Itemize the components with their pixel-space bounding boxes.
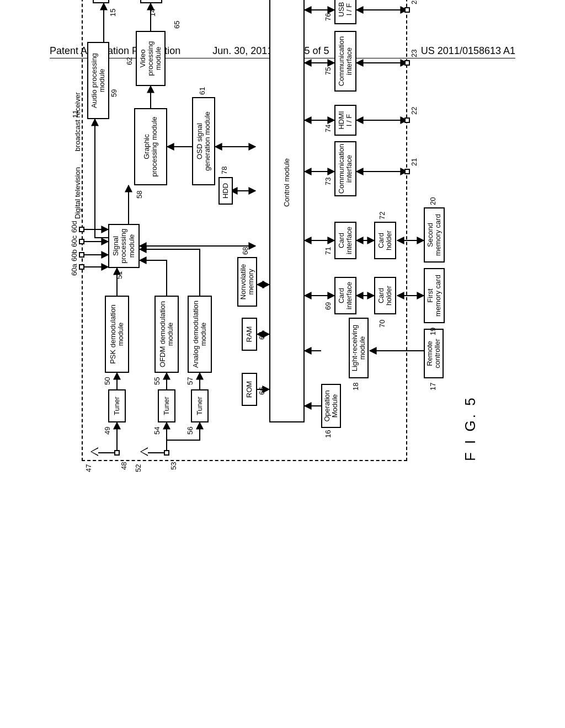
osd-gen-label: OSD signal generation module	[196, 111, 212, 171]
ref-16: 16	[324, 430, 332, 438]
operation-module-label: Operation Module	[323, 390, 339, 421]
ref-78: 78	[221, 167, 228, 174]
figure-caption: F I G. 5	[462, 395, 478, 461]
card-holder-2-label: Card holder	[377, 231, 393, 250]
ref-52: 52	[135, 464, 142, 472]
tuner-2: Tuner	[158, 389, 175, 422]
figure-5-block-diagram: Digital television broadcast receiver 11…	[76, 0, 488, 483]
ref-74: 74	[324, 125, 332, 132]
ref-54: 54	[153, 427, 161, 435]
port-22	[404, 117, 410, 123]
nvmem-label: Nonvolatile memory	[239, 264, 255, 299]
tuner-2-label: Tuner	[163, 397, 170, 415]
psk-demod-label: PSK demodulation module	[109, 304, 125, 364]
ref-18: 18	[352, 383, 360, 390]
analog-demod: Analog demodulation module	[188, 296, 212, 373]
video-display: Video display	[140, 0, 162, 3]
card-interface-1: Card interface	[334, 277, 356, 314]
port-24	[404, 7, 410, 13]
comm-if-2: Communication interface	[334, 31, 356, 92]
port-23	[404, 60, 410, 66]
usb-if-label: USB I / F	[338, 2, 354, 17]
ref-71: 71	[324, 247, 332, 255]
ref-53: 53	[170, 462, 178, 470]
ref-58: 58	[136, 191, 143, 199]
video-proc-label: Video processing module	[139, 41, 163, 76]
ref-51: 51	[116, 271, 124, 279]
ref-69: 69	[324, 302, 332, 310]
audio-proc: Audio processing module	[87, 42, 109, 119]
ref-66: 66	[258, 387, 266, 395]
osd-gen: OSD signal generation module	[192, 97, 215, 185]
ref-65: 65	[173, 21, 181, 29]
first-memory-card-label: First memory card	[427, 275, 443, 317]
port-48	[114, 450, 120, 456]
hdd-box: HDD	[218, 177, 233, 205]
ofdm-demod: OFDM demodulation module	[154, 296, 179, 373]
card-holder-1: Card holder	[374, 277, 396, 314]
light-receiving-label: Light-receiving module	[351, 325, 367, 372]
nvmem-box: Nonvolatile memory	[237, 257, 257, 307]
usb-if: USB I / F	[334, 0, 356, 24]
hdmi-if: HDMI I / F	[334, 105, 356, 136]
card-interface-1-label: Card interface	[338, 282, 354, 309]
ram-label: RAM	[246, 326, 253, 342]
ref-76: 76	[324, 13, 332, 21]
tuner-1-label: Tuner	[113, 397, 121, 415]
ref-17: 17	[429, 383, 437, 390]
port-53	[164, 450, 169, 456]
rom-label: ROM	[246, 381, 253, 398]
ref-48: 48	[120, 462, 128, 470]
ref-20: 20	[429, 197, 437, 205]
first-memory-card: First memory card	[424, 268, 445, 323]
analog-demod-label: Analog demodulation module	[192, 301, 208, 368]
ref-50: 50	[104, 377, 111, 385]
ref-24: 24	[411, 0, 418, 4]
ref-60a: 60a	[71, 264, 78, 276]
hdmi-if-label: HDMI I / F	[338, 111, 354, 129]
audio-proc-label: Audio processing module	[90, 53, 106, 108]
ref-19: 19	[429, 328, 437, 335]
card-interface-2: Card interface	[334, 222, 356, 259]
ram-box: RAM	[242, 318, 257, 351]
receiver-title: Digital television broadcast receiver	[68, 122, 87, 221]
port-60d	[79, 227, 84, 232]
ref-59: 59	[110, 89, 118, 97]
tuner-3-label: Tuner	[196, 397, 204, 415]
second-memory-card: Second memory card	[424, 207, 445, 263]
ofdm-demod-label: OFDM demodulation module	[159, 301, 175, 367]
psk-demod: PSK demodulation module	[105, 296, 129, 373]
receiver-title-line1: Digital television	[74, 167, 82, 219]
ref-70: 70	[379, 320, 386, 328]
ref-55: 55	[153, 377, 161, 385]
ref-23: 23	[411, 50, 418, 57]
ref-15: 15	[109, 9, 117, 17]
ref-21: 21	[411, 158, 418, 166]
ref-57: 57	[186, 377, 194, 385]
card-holder-2: Card holder	[374, 222, 396, 259]
comm-if-2-label: Communication interface	[338, 36, 354, 86]
light-receiving-module: Light-receiving module	[349, 318, 369, 378]
port-60b	[79, 252, 84, 258]
card-interface-2-label: Card interface	[338, 227, 354, 254]
ref-56: 56	[186, 427, 194, 435]
card-holder-1-label: Card holder	[377, 286, 393, 306]
port-21	[404, 169, 410, 174]
remote-controller: Remote controller	[424, 329, 444, 378]
port-60a	[79, 264, 84, 270]
diagram-area: Digital television broadcast receiver 11…	[76, 72, 488, 661]
hdd-label: HDD	[222, 183, 230, 199]
ref-73: 73	[324, 178, 332, 185]
video-proc: Video processing module	[136, 31, 166, 86]
graphic-proc: Graphic processing module	[134, 108, 167, 185]
ref-47: 47	[85, 464, 93, 472]
signal-proc: Signal processing module	[108, 224, 140, 268]
tuner-3: Tuner	[191, 389, 209, 422]
receiver-title-line2: broadcast receiver	[74, 92, 82, 151]
second-memory-card-label: Second memory card	[427, 214, 443, 256]
ref-60d: 60d	[71, 221, 78, 233]
control-module: Control module	[269, 0, 305, 422]
ref-75: 75	[324, 67, 332, 75]
ref-49: 49	[104, 427, 111, 435]
ref-14: 14	[149, 9, 157, 17]
